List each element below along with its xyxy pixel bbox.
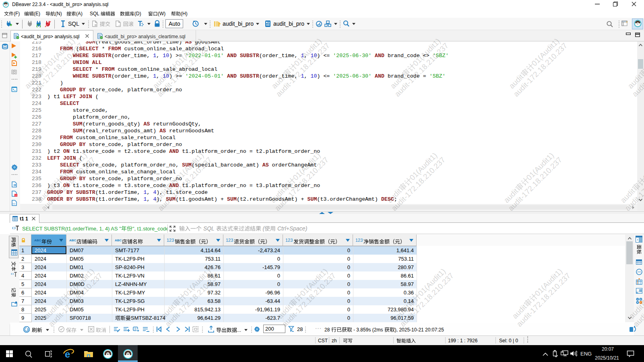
svg-text:(x): (x)	[12, 202, 15, 205]
svg-text:e: e	[65, 349, 70, 359]
